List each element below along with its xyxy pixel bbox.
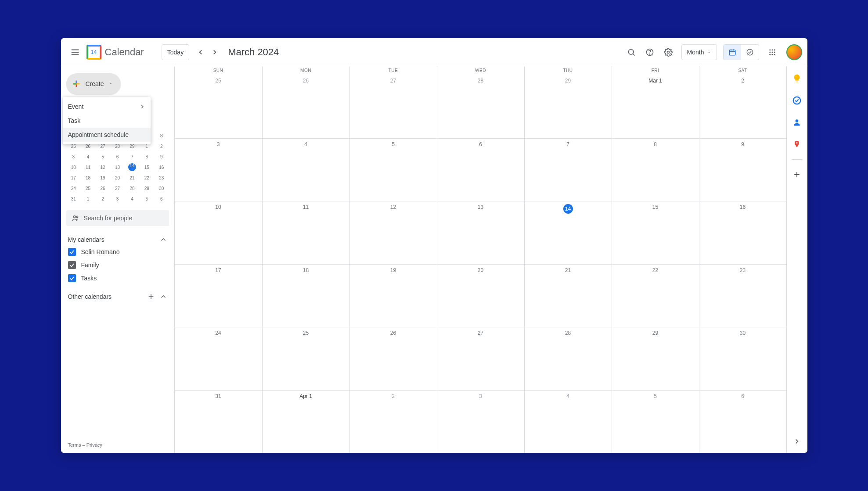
mini-date[interactable]: 27 bbox=[110, 183, 125, 194]
prev-button[interactable] bbox=[194, 45, 208, 59]
my-calendars-header[interactable]: My calendars bbox=[66, 236, 169, 244]
mini-date[interactable]: 29 bbox=[140, 183, 154, 194]
mini-date[interactable]: 2 bbox=[95, 194, 110, 204]
day-cell[interactable]: 14 bbox=[524, 201, 612, 264]
day-cell[interactable]: 28 bbox=[437, 75, 524, 138]
mini-date[interactable]: 7 bbox=[125, 151, 139, 162]
mini-date[interactable]: 13 bbox=[110, 162, 125, 172]
mini-date[interactable]: 6 bbox=[110, 151, 125, 162]
main-menu-button[interactable] bbox=[66, 43, 84, 61]
mini-date[interactable]: 18 bbox=[81, 172, 95, 183]
mini-date[interactable]: 6 bbox=[154, 194, 169, 204]
today-button[interactable]: Today bbox=[162, 44, 189, 60]
mini-date[interactable]: 1 bbox=[81, 194, 95, 204]
day-cell[interactable]: 2 bbox=[699, 75, 786, 138]
mini-date[interactable]: 21 bbox=[125, 172, 139, 183]
mini-date[interactable]: 12 bbox=[95, 162, 110, 172]
day-cell[interactable]: Mar 1 bbox=[612, 75, 699, 138]
search-button[interactable] bbox=[623, 43, 640, 61]
side-app-keep[interactable] bbox=[790, 72, 804, 86]
privacy-link[interactable]: Privacy bbox=[86, 442, 102, 448]
day-cell[interactable]: 27 bbox=[349, 75, 437, 138]
mini-date[interactable]: 10 bbox=[66, 162, 81, 172]
mini-date[interactable]: 3 bbox=[66, 151, 81, 162]
mini-date[interactable]: 15 bbox=[140, 162, 154, 172]
side-app-maps[interactable] bbox=[790, 137, 804, 151]
day-cell[interactable]: 6 bbox=[437, 139, 524, 201]
day-cell[interactable]: 28 bbox=[524, 327, 612, 390]
day-cell[interactable]: 12 bbox=[349, 201, 437, 264]
day-cell[interactable]: 29 bbox=[524, 75, 612, 138]
create-menu-task[interactable]: Task bbox=[63, 114, 151, 128]
account-avatar[interactable] bbox=[786, 44, 802, 60]
mini-date[interactable]: 23 bbox=[154, 172, 169, 183]
mini-date[interactable]: 9 bbox=[154, 151, 169, 162]
mini-date[interactable]: 14 bbox=[125, 162, 139, 172]
day-cell[interactable]: 9 bbox=[699, 139, 786, 201]
day-cell[interactable]: 8 bbox=[612, 139, 699, 201]
support-button[interactable] bbox=[641, 43, 659, 61]
checkbox[interactable] bbox=[68, 261, 76, 269]
search-people-input[interactable]: Search for people bbox=[66, 210, 169, 226]
mini-date[interactable]: 5 bbox=[140, 194, 154, 204]
mini-date[interactable]: 5 bbox=[95, 151, 110, 162]
day-cell[interactable]: 5 bbox=[612, 391, 699, 453]
mini-date[interactable]: 11 bbox=[81, 162, 95, 172]
day-cell[interactable]: 10 bbox=[175, 201, 262, 264]
day-cell[interactable]: Apr 1 bbox=[262, 391, 349, 453]
google-apps-button[interactable] bbox=[764, 43, 781, 61]
calendar-item[interactable]: Selin Romano bbox=[66, 247, 169, 257]
terms-link[interactable]: Terms bbox=[68, 442, 81, 448]
side-app-add[interactable] bbox=[790, 168, 804, 182]
day-cell[interactable]: 19 bbox=[349, 265, 437, 327]
day-cell[interactable]: 24 bbox=[175, 327, 262, 390]
mini-date[interactable]: 30 bbox=[154, 183, 169, 194]
checkbox[interactable] bbox=[68, 248, 76, 256]
day-cell[interactable]: 17 bbox=[175, 265, 262, 327]
mini-date[interactable]: 22 bbox=[140, 172, 154, 183]
mini-date[interactable]: 28 bbox=[125, 183, 139, 194]
day-cell[interactable]: 31 bbox=[175, 391, 262, 453]
day-cell[interactable]: 11 bbox=[262, 201, 349, 264]
mini-date[interactable]: 31 bbox=[66, 194, 81, 204]
view-selector[interactable]: Month bbox=[681, 44, 717, 60]
create-menu-appointment-schedule[interactable]: Appointment schedule bbox=[63, 128, 151, 142]
mini-date[interactable]: 16 bbox=[154, 162, 169, 172]
day-cell[interactable]: 7 bbox=[524, 139, 612, 201]
day-cell[interactable]: 15 bbox=[612, 201, 699, 264]
day-cell[interactable]: 3 bbox=[175, 139, 262, 201]
side-panel-toggle[interactable] bbox=[790, 434, 804, 448]
mini-date[interactable]: 25 bbox=[81, 183, 95, 194]
day-cell[interactable]: 29 bbox=[612, 327, 699, 390]
day-cell[interactable]: 4 bbox=[524, 391, 612, 453]
calendar-layout-button[interactable] bbox=[724, 45, 741, 60]
day-cell[interactable]: 26 bbox=[262, 75, 349, 138]
day-cell[interactable]: 4 bbox=[262, 139, 349, 201]
mini-date[interactable]: 4 bbox=[125, 194, 139, 204]
mini-date[interactable]: 24 bbox=[66, 183, 81, 194]
mini-date[interactable]: 20 bbox=[110, 172, 125, 183]
mini-date[interactable]: 2 bbox=[154, 141, 169, 151]
side-app-tasks[interactable] bbox=[790, 93, 804, 108]
day-cell[interactable]: 16 bbox=[699, 201, 786, 264]
create-button[interactable]: Create bbox=[66, 73, 121, 94]
day-cell[interactable]: 6 bbox=[699, 391, 786, 453]
mini-date[interactable]: 26 bbox=[95, 183, 110, 194]
other-calendars-header[interactable]: Other calendars bbox=[66, 293, 169, 301]
day-cell[interactable]: 5 bbox=[349, 139, 437, 201]
mini-date[interactable]: 4 bbox=[81, 151, 95, 162]
mini-date[interactable]: 8 bbox=[140, 151, 154, 162]
settings-button[interactable] bbox=[659, 43, 677, 61]
day-cell[interactable]: 26 bbox=[349, 327, 437, 390]
side-app-contacts[interactable] bbox=[790, 115, 804, 129]
calendar-item[interactable]: Tasks bbox=[66, 273, 169, 283]
day-cell[interactable]: 21 bbox=[524, 265, 612, 327]
mini-date[interactable]: 19 bbox=[95, 172, 110, 183]
day-cell[interactable]: 13 bbox=[437, 201, 524, 264]
calendar-item[interactable]: Family bbox=[66, 260, 169, 270]
mini-date[interactable]: 3 bbox=[110, 194, 125, 204]
day-cell[interactable]: 25 bbox=[175, 75, 262, 138]
checkbox[interactable] bbox=[68, 274, 76, 282]
day-cell[interactable]: 27 bbox=[437, 327, 524, 390]
plus-icon[interactable] bbox=[147, 293, 155, 301]
